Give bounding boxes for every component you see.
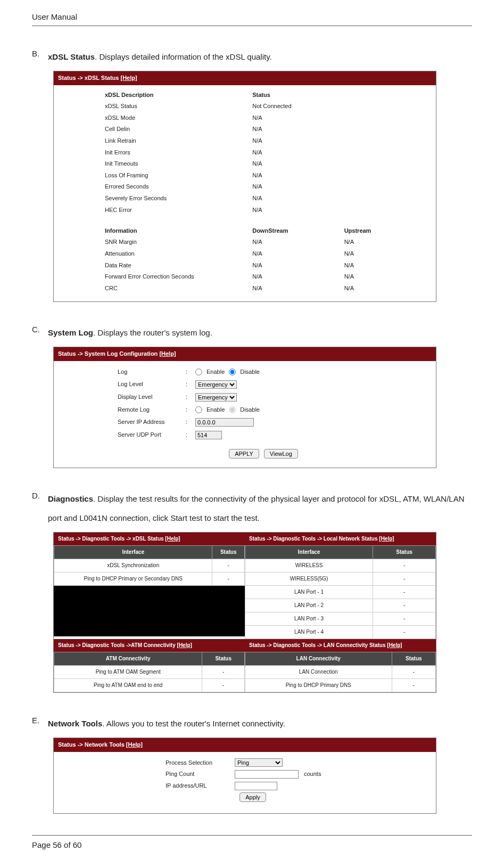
diag-xdsl-crumb: Status -> Diagnostic Tools -> xDSL Statu… <box>58 536 165 542</box>
diag-local-help-link[interactable]: [Help] <box>379 536 394 542</box>
diag-atm-panel: Status -> Diagnostic Tools ->ATM Connect… <box>54 639 245 692</box>
serverip-label: Server IP Address <box>118 418 181 427</box>
section-d: D. Diagnostics. Display the test results… <box>32 489 472 693</box>
diag-xdsl-help-link[interactable]: [Help] <box>165 536 180 542</box>
diag-xdsl-h2: Status <box>212 546 245 559</box>
table-row: xDSL Synchronization- <box>54 559 245 572</box>
diag-atm-h1: ATM Connectivity <box>54 652 202 666</box>
apply-button[interactable]: APPLY <box>229 449 259 459</box>
footer-rule <box>32 835 472 836</box>
page-total: of 60 <box>64 840 81 849</box>
table-row: Ping to ATM OAM end to end- <box>54 679 245 692</box>
xdsl-hdr-status: Status <box>249 89 429 101</box>
section-e-letter: E. <box>32 714 43 733</box>
displaylevel-select[interactable]: Emergency <box>195 393 237 402</box>
table-row: AttenuationN/AN/A <box>102 248 429 260</box>
section-d-text: Diagnostics. Display the test results fo… <box>48 489 472 528</box>
xdsl-crumb: Status -> xDSL Status [Help] <box>54 71 436 85</box>
table-row: Ping to DHCP Primary DNS- <box>245 679 436 692</box>
syslog-crumb-help-link[interactable]: [Help] <box>159 350 176 357</box>
diag-lan-panel: Status -> Diagnostic Tools -> LAN Connec… <box>245 639 436 692</box>
count-label: Ping Count <box>166 770 229 779</box>
table-row: WIRELESS- <box>245 559 436 572</box>
xdsl-crumb-help-link[interactable]: [Help] <box>120 75 137 81</box>
diag-atm-h2: Status <box>202 652 245 666</box>
syslog-crumb: Status -> System Log Configuration [Help… <box>54 347 436 361</box>
section-e-desc: . Allows you to test the router's Intern… <box>102 719 285 728</box>
nettools-help-link[interactable]: [Help] <box>126 741 143 748</box>
section-e-title: Network Tools <box>48 719 102 728</box>
xdsl-hdr-down: DownStream <box>249 225 341 237</box>
section-c-text: System Log. Displays the router's system… <box>48 323 472 342</box>
remote-disable-radio[interactable] <box>229 406 236 413</box>
log-enable-radio[interactable] <box>195 369 202 375</box>
diagnostics-panel: Status -> Diagnostic Tools -> xDSL Statu… <box>53 532 436 693</box>
remote-enable-radio[interactable] <box>195 406 202 413</box>
table-row: Loss Of FramingN/A <box>102 170 429 182</box>
diag-local-crumb: Status -> Diagnostic Tools -> Local Netw… <box>249 536 379 542</box>
table-row: Errored SecondsN/A <box>102 181 429 193</box>
table-row: Data RateN/AN/A <box>102 260 429 272</box>
nettools-crumb: Status -> Network Tools <box>58 741 126 748</box>
loglevel-select[interactable]: Emergency <box>195 380 237 389</box>
table-row: LAN Port - 2- <box>245 599 436 612</box>
xdsl-status-panel: Status -> xDSL Status [Help] xDSL Descri… <box>53 71 436 302</box>
network-tools-panel: Status -> Network Tools [Help] Process S… <box>53 738 436 814</box>
header-rule <box>32 26 472 26</box>
process-select[interactable]: Ping <box>235 758 283 767</box>
table-row: Init TimeoutsN/A <box>102 158 429 170</box>
table-row: WIRELESS(5G)- <box>245 572 436 586</box>
section-e-text: Network Tools. Allows you to test the ro… <box>48 714 472 733</box>
page-number: Page 56 <box>32 840 62 849</box>
table-row: LAN Port - 4- <box>245 626 436 639</box>
table-row: LAN Port - 1- <box>245 586 436 599</box>
table-row: xDSL ModeN/A <box>102 112 429 124</box>
serverport-input[interactable] <box>195 431 222 439</box>
remote-enable-label: Enable <box>206 405 225 415</box>
section-c-desc: . Displays the router's system log. <box>93 328 212 337</box>
section-b: B. xDSL Status. Displays detailed inform… <box>32 47 472 302</box>
section-d-letter: D. <box>32 489 43 528</box>
table-row: SNR MarginN/AN/A <box>102 236 429 248</box>
diag-xdsl-panel: Status -> Diagnostic Tools -> xDSL Statu… <box>54 533 245 639</box>
xdsl-description-table: xDSL DescriptionStatus xDSL StatusNot Co… <box>102 89 429 216</box>
table-row: CRCN/AN/A <box>102 283 429 294</box>
log-disable-radio[interactable] <box>229 369 236 375</box>
xdsl-hdr-info: Information <box>102 225 249 237</box>
diag-local-h1: Interface <box>245 546 373 559</box>
table-row: Severely Error SecondsN/A <box>102 193 429 204</box>
diag-local-h2: Status <box>373 546 436 559</box>
serverport-label: Server UDP Port <box>118 430 181 440</box>
section-d-title: Diagnostics <box>48 494 93 503</box>
section-b-title: xDSL Status <box>48 52 95 61</box>
url-input[interactable] <box>235 782 277 790</box>
section-c-title: System Log <box>48 328 93 337</box>
diag-atm-crumb: Status -> Diagnostic Tools ->ATM Connect… <box>58 642 177 648</box>
remote-disable-label: Disable <box>240 405 260 415</box>
syslog-panel: Status -> System Log Configuration [Help… <box>53 347 436 468</box>
log-disable-label: Disable <box>240 367 260 377</box>
serverip-input[interactable] <box>195 418 254 427</box>
diag-lan-help-link[interactable]: [Help] <box>387 642 402 648</box>
pingcount-input[interactable] <box>235 770 299 779</box>
table-row: LAN Port - 3- <box>245 612 436 626</box>
table-row: Ping to ATM OAM Segment- <box>54 666 245 679</box>
table-row: Forward Error Correction SecondsN/AN/A <box>102 271 429 283</box>
diag-lan-h1: LAN Connectivity <box>245 652 392 666</box>
page-footer: Page 56 of 60 <box>32 839 472 851</box>
diag-xdsl-h1: Interface <box>54 546 212 559</box>
xdsl-crumb-text: Status -> xDSL Status <box>58 75 120 81</box>
displaylevel-label: Display Level <box>118 392 181 402</box>
table-row: Init ErrorsN/A <box>102 147 429 159</box>
table-row: Ping to DHCP Primary or Secondary DNS- <box>54 572 245 586</box>
viewlog-button[interactable]: ViewLog <box>264 449 298 459</box>
section-b-letter: B. <box>32 47 43 67</box>
header-title: User Manual <box>32 11 472 23</box>
section-d-desc: . Display the test results for the conne… <box>48 494 465 522</box>
nettools-apply-button[interactable]: Apply <box>239 792 266 802</box>
log-enable-label: Enable <box>206 367 225 377</box>
section-c-letter: C. <box>32 323 43 342</box>
table-row: LAN Connection- <box>245 666 436 679</box>
diag-atm-help-link[interactable]: [Help] <box>177 642 192 648</box>
xdsl-info-table: InformationDownStreamUpstream SNR Margin… <box>102 225 429 294</box>
